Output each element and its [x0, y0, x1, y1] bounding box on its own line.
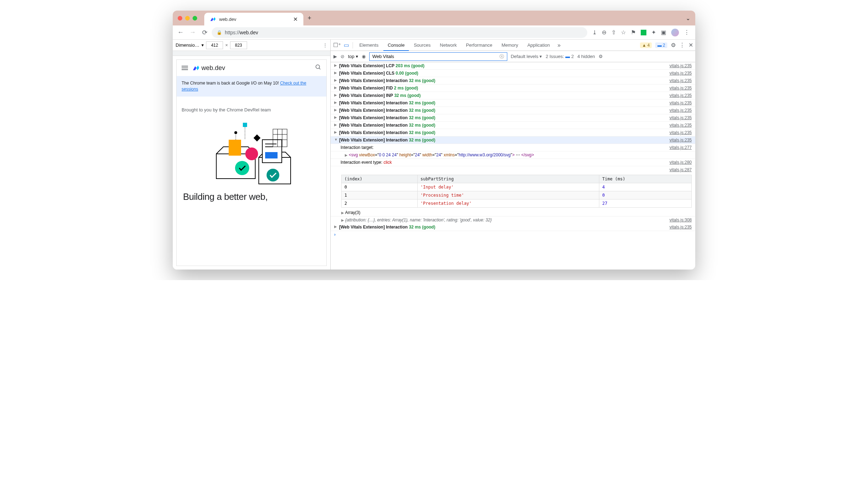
source-link[interactable]: vitals.js:235: [669, 225, 692, 230]
url-input[interactable]: 🔒 https://web.dev: [212, 27, 587, 38]
install-icon[interactable]: ⤓: [592, 29, 597, 36]
console-log-row[interactable]: ▶ [Web Vitals Extension] FID 2 ms (good)…: [331, 85, 695, 92]
dimensions-dropdown-icon[interactable]: ▾: [201, 42, 204, 48]
tab-sources[interactable]: Sources: [410, 40, 435, 51]
console-prompt[interactable]: ›: [331, 231, 695, 238]
back-button[interactable]: ←: [176, 28, 185, 37]
hidden-count[interactable]: 4 hidden: [577, 54, 595, 59]
console-log-row[interactable]: ▶ [Web Vitals Extension] INP 32 ms (good…: [331, 92, 695, 99]
device-more-icon[interactable]: ⋮: [323, 42, 327, 48]
filter-input[interactable]: Web Vitals ⓧ: [369, 52, 507, 61]
devtools-more-icon[interactable]: ⋮: [679, 42, 685, 48]
source-link[interactable]: vitals.js:235: [669, 78, 692, 83]
source-link[interactable]: vitals.js:235: [669, 123, 692, 128]
disclosure-icon[interactable]: ▼: [334, 138, 339, 141]
tab-network[interactable]: Network: [436, 40, 461, 51]
disclosure-icon[interactable]: ▶: [334, 71, 339, 75]
console-body[interactable]: ▶ [Web Vitals Extension] LCP 203 ms (goo…: [331, 62, 695, 270]
source-link[interactable]: vitals.js:280: [669, 160, 692, 165]
console-log-row[interactable]: ▶ [Web Vitals Extension] Interaction 32 …: [331, 122, 695, 129]
disclosure-icon[interactable]: ▶: [334, 78, 339, 82]
clear-filter-icon[interactable]: ⓧ: [499, 53, 504, 60]
device-mode-icon[interactable]: ▭: [342, 42, 350, 48]
source-link[interactable]: vitals.js:235: [669, 71, 692, 76]
tab-overflow-icon[interactable]: ⌄: [686, 15, 690, 22]
tab-memory[interactable]: Memory: [497, 40, 522, 51]
extensions-icon[interactable]: ✦: [651, 29, 656, 36]
source-link[interactable]: vitals.js:235: [669, 86, 692, 91]
share-icon[interactable]: ⇧: [611, 29, 616, 36]
disclosure-icon[interactable]: ▶: [334, 93, 339, 97]
tab-elements[interactable]: Elements: [355, 40, 383, 51]
source-link[interactable]: vitals.js:308: [669, 218, 692, 222]
console-table: (index)subPartStringTime (ms) 0'Input de…: [341, 175, 692, 208]
maximize-window-icon[interactable]: [193, 16, 197, 21]
object-expand[interactable]: ▶ {attribution: {…}, entries: Array(1), …: [331, 216, 695, 224]
disclosure-icon[interactable]: ▶: [334, 115, 339, 119]
log-levels-selector[interactable]: Default levels ▾: [511, 54, 542, 59]
console-log-row[interactable]: ▶ [Web Vitals Extension] Interaction 32 …: [331, 107, 695, 114]
forward-button[interactable]: →: [188, 28, 198, 37]
source-link[interactable]: vitals.js:235: [669, 100, 692, 105]
issues-link[interactable]: 2 Issues: ▬ 2: [546, 54, 574, 59]
flag-icon[interactable]: ⚑: [631, 29, 636, 36]
toggle-sidebar-icon[interactable]: ▶: [333, 54, 337, 59]
site-logo[interactable]: web.dev: [192, 64, 225, 72]
source-link[interactable]: vitals.js:235: [669, 138, 692, 143]
source-link[interactable]: vitals.js:235: [669, 108, 692, 113]
live-expression-icon[interactable]: ◉: [362, 54, 366, 59]
disclosure-icon[interactable]: ▶: [334, 86, 339, 89]
source-link[interactable]: vitals.js:235: [669, 63, 692, 68]
settings-icon[interactable]: ⚙: [671, 42, 676, 48]
console-settings-icon[interactable]: ⚙: [599, 54, 603, 59]
dimensions-label[interactable]: Dimensio…: [176, 42, 199, 48]
source-link[interactable]: vitals.js:235: [669, 115, 692, 120]
tab-application[interactable]: Application: [523, 40, 554, 51]
array-expand[interactable]: ▶ Array(3): [331, 209, 695, 216]
source-link[interactable]: vitals.js:287: [669, 167, 692, 172]
console-log-row[interactable]: ▶ [Web Vitals Extension] CLS 0.00 (good)…: [331, 70, 695, 77]
console-log-row[interactable]: ▶ [Web Vitals Extension] Interaction 32 …: [331, 224, 695, 231]
disclosure-icon[interactable]: ▶: [334, 100, 339, 104]
inspect-icon[interactable]: ☐⁺: [333, 42, 341, 48]
new-tab-button[interactable]: +: [308, 15, 312, 22]
bookmark-icon[interactable]: ☆: [621, 29, 626, 36]
panel-icon[interactable]: ▣: [661, 29, 666, 36]
tab-performance[interactable]: Performance: [462, 40, 496, 51]
source-link[interactable]: vitals.js:235: [669, 130, 692, 135]
close-tab-icon[interactable]: ✕: [293, 16, 298, 23]
console-log-row[interactable]: ▶ [Web Vitals Extension] LCP 203 ms (goo…: [331, 62, 695, 70]
browser-tab[interactable]: web.dev ✕: [204, 13, 303, 25]
close-devtools-icon[interactable]: ✕: [689, 42, 693, 48]
console-log-row[interactable]: ▶ [Web Vitals Extension] Interaction 32 …: [331, 77, 695, 85]
width-input[interactable]: [206, 41, 223, 49]
close-window-icon[interactable]: [178, 16, 182, 21]
tab-console[interactable]: Console: [383, 40, 409, 51]
console-log-row[interactable]: ▼ [Web Vitals Extension] Interaction 32 …: [331, 137, 695, 144]
context-selector[interactable]: top ▾: [348, 54, 358, 59]
menu-icon[interactable]: [182, 66, 188, 70]
profile-avatar[interactable]: [671, 29, 679, 36]
source-link[interactable]: vitals.js:235: [669, 93, 692, 98]
search-icon[interactable]: [315, 64, 321, 72]
disclosure-icon[interactable]: ▶: [334, 123, 339, 127]
disclosure-icon[interactable]: ▶: [334, 63, 339, 67]
console-log-row[interactable]: ▶ [Web Vitals Extension] Interaction 32 …: [331, 129, 695, 137]
clear-console-icon[interactable]: ⊘: [341, 54, 344, 59]
minimize-window-icon[interactable]: [185, 16, 190, 21]
zoom-icon[interactable]: ⊖: [602, 29, 606, 36]
issues-badge[interactable]: ▬ 2: [655, 42, 667, 48]
disclosure-icon[interactable]: ▶: [334, 108, 339, 112]
source-link[interactable]: vitals.js:277: [669, 145, 692, 150]
reload-button[interactable]: ⟳: [200, 28, 210, 37]
console-log-row[interactable]: ▶ [Web Vitals Extension] Interaction 32 …: [331, 114, 695, 122]
console-log-row[interactable]: ▶ [Web Vitals Extension] Interaction 32 …: [331, 99, 695, 107]
more-tabs-icon[interactable]: »: [555, 42, 563, 48]
height-input[interactable]: [230, 41, 247, 49]
svg-element-line[interactable]: ▶ <svg viewBox="0 0 24 24" height="24" w…: [331, 151, 695, 159]
menu-icon[interactable]: ⋮: [684, 29, 690, 36]
warnings-badge[interactable]: ▲ 4: [640, 42, 652, 48]
extension-icon[interactable]: [641, 30, 646, 35]
disclosure-icon[interactable]: ▶: [334, 225, 339, 228]
disclosure-icon[interactable]: ▶: [334, 130, 339, 134]
